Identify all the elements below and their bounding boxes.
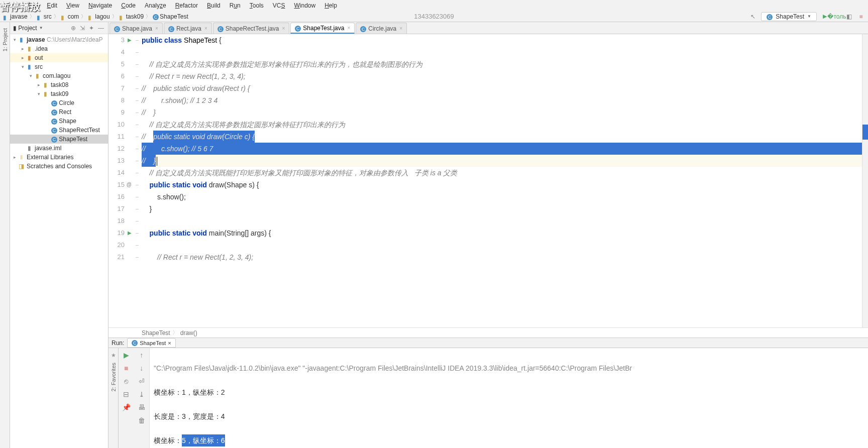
favorites-tool-button[interactable]: ★ — [111, 352, 116, 359]
fold-column[interactable] — [134, 34, 140, 327]
favorites-label[interactable]: 2: Favorites — [111, 363, 117, 391]
editor-area: Shape.java× Rect.java× ShapeRectTest.jav… — [108, 22, 868, 338]
left-tool-stripe: 1: Project — [0, 22, 10, 448]
error-stripe[interactable] — [862, 34, 868, 327]
stop-button[interactable]: ■ — [121, 363, 131, 373]
project-tool-button[interactable]: 1: Project — [2, 26, 8, 53]
breadcrumb-item[interactable]: lagou — [95, 13, 110, 20]
editor-tabs: Shape.java× Rect.java× ShapeRectTest.jav… — [108, 22, 868, 34]
editor-tab[interactable]: ShapeRectTest.java× — [213, 23, 290, 34]
dump-threads-icon[interactable]: ⎋ — [121, 376, 131, 386]
rerun-button[interactable]: ▶ — [121, 350, 131, 360]
scroll-end-icon[interactable]: ⤓ — [137, 389, 147, 399]
class-icon — [51, 108, 57, 116]
breadcrumb-item[interactable]: task09 — [126, 13, 144, 20]
breadcrumb-item[interactable]: javase — [10, 13, 28, 20]
run-toolbar: ▶ ■ ⎋ ⊟ 📌 ↑ ↓ ⏎ ⤓ 🖶 🗑 — [119, 348, 150, 448]
tree-folder-out[interactable]: ▸▮out — [10, 53, 108, 62]
run-config-name: ShapeTest — [776, 13, 804, 20]
class-icon — [51, 136, 57, 143]
chevron-down-icon: ▼ — [39, 26, 43, 30]
back-icon[interactable]: ↖ — [749, 13, 757, 21]
collapse-all-icon[interactable]: ⇲ — [80, 25, 87, 32]
breadcrumb: ▮ javase〉 ▮ src〉 ▮ com〉 ▮ lagou〉 ▮ task0… — [3, 13, 188, 20]
editor-tab[interactable]: Circle.java× — [356, 23, 407, 34]
settings-icon[interactable]: ✦ — [89, 25, 96, 32]
crumb-item[interactable]: draw() — [180, 329, 197, 337]
project-view-selector[interactable]: ▮ Project — [13, 25, 37, 32]
menu-vcs[interactable]: VCS — [269, 1, 289, 10]
clear-icon[interactable]: 🗑 — [137, 415, 147, 425]
tree-scratches[interactable]: ◨Scratches and Consoles — [10, 162, 108, 171]
tree-folder-src[interactable]: ▾▮src — [10, 62, 108, 71]
class-icon — [51, 118, 57, 125]
selection-marker — [862, 125, 868, 140]
class-icon — [295, 25, 301, 32]
editor-body[interactable]: 3▶ 4 5 6 7 8 9 10 11 12 13 14 15@ 16 17 … — [108, 34, 868, 327]
console-line: 横坐标：5，纵坐标：6 — [154, 434, 864, 446]
crumb-item[interactable]: ShapeTest — [142, 329, 170, 337]
console-output[interactable]: "C:\Program Files\Java\jdk-11.0.2\bin\ja… — [150, 348, 868, 448]
menu-analyze[interactable]: Analyze — [141, 1, 170, 10]
tree-folder-idea[interactable]: ▸▮.idea — [10, 44, 108, 53]
menu-help[interactable]: Help — [320, 1, 341, 10]
run-method-gutter-icon[interactable]: ▶ — [128, 227, 132, 239]
close-icon[interactable]: × — [168, 340, 171, 346]
breadcrumb-item[interactable]: ShapeTest — [160, 13, 188, 20]
class-icon — [114, 25, 120, 32]
tree-iml-file[interactable]: ▮javase.iml — [10, 144, 108, 153]
editor-tab-active[interactable]: ShapeTest.java× — [290, 23, 355, 34]
pin-icon[interactable]: 📌 — [121, 402, 131, 412]
hide-icon[interactable]: — — [98, 25, 105, 32]
close-icon[interactable]: × — [399, 26, 402, 31]
menu-edit[interactable]: Edit — [43, 1, 61, 10]
stop-button[interactable]: ■ — [857, 13, 865, 21]
close-icon[interactable]: × — [347, 25, 350, 31]
tree-class-shape[interactable]: Shape — [10, 117, 108, 126]
close-icon[interactable]: × — [282, 26, 285, 31]
class-icon — [767, 13, 773, 20]
coverage-button[interactable]: ◧ — [845, 13, 853, 21]
chevron-down-icon: ▼ — [807, 14, 811, 19]
close-icon[interactable]: × — [204, 26, 207, 31]
breadcrumb-item[interactable]: com — [68, 13, 79, 20]
tree-class-rect[interactable]: Rect — [10, 107, 108, 117]
tree-package[interactable]: ▾▮com.lagou — [10, 71, 108, 80]
class-icon — [132, 340, 138, 346]
menu-code[interactable]: Code — [117, 1, 140, 10]
up-icon[interactable]: ↑ — [137, 350, 147, 360]
soft-wrap-icon[interactable]: ⏎ — [137, 376, 147, 386]
tree-folder-task09[interactable]: ▾▮task09 — [10, 89, 108, 98]
tree-class-shaperecttest[interactable]: ShapeRectTest — [10, 126, 108, 135]
menu-view[interactable]: View — [62, 1, 83, 10]
debug-button[interactable]: �толь — [833, 13, 841, 21]
breadcrumb-item[interactable]: src — [44, 13, 52, 20]
editor-gutter[interactable]: 3▶ 4 5 6 7 8 9 10 11 12 13 14 15@ 16 17 … — [108, 34, 134, 327]
tree-folder-task08[interactable]: ▸▮task08 — [10, 80, 108, 89]
editor-tab[interactable]: Shape.java× — [110, 23, 163, 34]
menu-navigate[interactable]: Navigate — [84, 1, 116, 10]
run-class-gutter-icon[interactable]: ▶ — [128, 34, 132, 46]
override-gutter-icon[interactable]: @ — [127, 179, 132, 191]
menu-run[interactable]: Run — [226, 1, 245, 10]
tree-external-libraries[interactable]: ▸⫴External Libraries — [10, 153, 108, 162]
editor-tab[interactable]: Rect.java× — [164, 23, 212, 34]
run-session-tab[interactable]: ShapeTest × — [127, 338, 175, 348]
layout-icon[interactable]: ⊟ — [121, 389, 131, 399]
project-panel-header: ▮ Project ▼ ⊕ ⇲ ✦ — — [10, 22, 108, 34]
menu-window[interactable]: Window — [290, 1, 319, 10]
menu-tools[interactable]: Tools — [246, 1, 268, 10]
console-line: 横坐标：1，纵坐标：2 — [154, 386, 864, 398]
close-icon[interactable]: × — [155, 26, 158, 31]
tree-root[interactable]: ▾▮ javase C:\Users\Marz\IdeaP — [10, 35, 108, 44]
code-editor[interactable]: public class ShapeTest { // 自定义成员方法实现将参数… — [140, 34, 862, 327]
tree-class-shapetest[interactable]: ShapeTest — [10, 135, 108, 144]
project-tree[interactable]: ▾▮ javase C:\Users\Marz\IdeaP ▸▮.idea ▸▮… — [10, 34, 108, 448]
select-opened-file-icon[interactable]: ⊕ — [71, 25, 78, 32]
print-icon[interactable]: 🖶 — [137, 402, 147, 412]
menu-refactor[interactable]: Refactor — [171, 1, 202, 10]
tree-class-circle[interactable]: Circle — [10, 98, 108, 107]
down-icon[interactable]: ↓ — [137, 363, 147, 373]
run-configuration-selector[interactable]: ShapeTest ▼ — [761, 12, 817, 21]
menu-build[interactable]: Build — [203, 1, 225, 10]
